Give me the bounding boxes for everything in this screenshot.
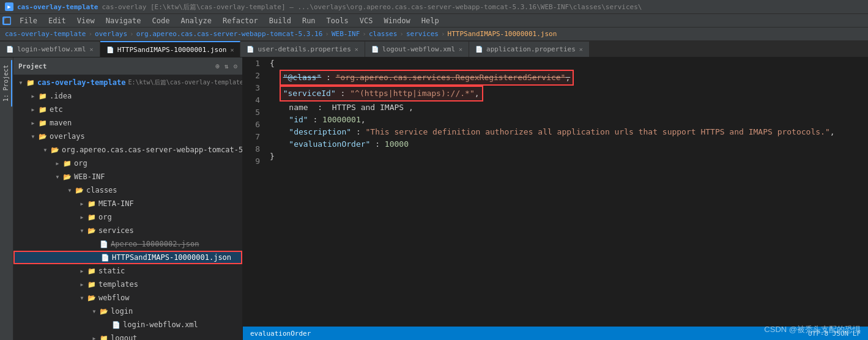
- tree-arrow-org: ▶: [53, 161, 62, 166]
- menu-help[interactable]: Help: [417, 15, 444, 26]
- tree-https-file[interactable]: 📄 HTTPSandIMAPS-10000001.json: [13, 251, 242, 264]
- tree-etc[interactable]: ▶ 📁 etc: [13, 103, 242, 116]
- tab-label-active: HTTPSandIMAPS-10000001.json: [117, 46, 227, 54]
- prop-icon2: 📄: [475, 46, 483, 53]
- menu-bar: ⬛ File Edit View Navigate Code Analyze R…: [0, 13, 868, 27]
- prop-icon: 📄: [247, 46, 254, 53]
- tree-label-classes: classes: [86, 186, 117, 194]
- tree-webflow[interactable]: ▼ 📂 webflow: [13, 291, 242, 305]
- tree-static[interactable]: ▶ 📁 static: [13, 264, 242, 278]
- add-icon[interactable]: ⊕: [215, 62, 220, 70]
- tree-login[interactable]: ▼ 📂 login: [13, 305, 242, 318]
- tree-classes[interactable]: ▼ 📂 classes: [13, 183, 242, 197]
- tree-label-static: static: [98, 267, 125, 275]
- menu-edit[interactable]: Edit: [43, 15, 71, 26]
- tab-label-app: application.properties: [486, 45, 576, 53]
- panel-tab-project[interactable]: 1: Project: [1, 60, 12, 106]
- tab-close-logout[interactable]: ✕: [459, 46, 462, 53]
- tab-user-details[interactable]: 📄 user-details.properties ✕: [240, 41, 365, 57]
- title-bar-app: cas-overlay-template: [17, 3, 98, 11]
- menu-file[interactable]: File: [15, 15, 42, 26]
- breadcrumb-overlays[interactable]: overlays: [95, 30, 127, 38]
- title-bar: ▶ cas-overlay-template cas-overlay [E:\k…: [0, 0, 868, 13]
- menu-code[interactable]: Code: [147, 15, 175, 26]
- xml-icon: 📄: [6, 46, 13, 53]
- menu-refactor[interactable]: Refactor: [218, 15, 263, 26]
- tree-logout[interactable]: ▶ 📁 logout: [13, 331, 242, 340]
- tab-https-json[interactable]: 📄 HTTPSandIMAPS-10000001.json ✕: [100, 41, 241, 57]
- tab-login-webflow[interactable]: 📄 login-webflow.xml ✕: [0, 41, 100, 57]
- tree-label-logout: logout: [111, 334, 137, 340]
- tree-login-webflow[interactable]: 📄 login-webflow.xml: [13, 318, 242, 331]
- menu-analyze[interactable]: Analyze: [176, 15, 217, 26]
- tab-label: login-webflow.xml: [17, 45, 86, 53]
- tree-root[interactable]: ▼ 📁 cas-overlay-template E:\ktw\后篇\cas-o…: [13, 76, 242, 89]
- tree-path-root: E:\ktw\后篇\cas-overlay-template: [128, 78, 243, 87]
- menu-vcs[interactable]: VCS: [355, 15, 378, 26]
- code-editor[interactable]: { "@class" : "org.apereo.cas.services.Re…: [265, 57, 868, 327]
- menu-window[interactable]: Window: [379, 15, 415, 26]
- tree-arrow-classes: ▼: [65, 188, 75, 193]
- tab-logout-webflow[interactable]: 📄 logout-webflow.xml ✕: [365, 41, 469, 57]
- menu-view[interactable]: View: [72, 15, 100, 26]
- json-icon-https: 📄: [100, 253, 110, 262]
- app-icon: ▶: [5, 2, 13, 11]
- folder-icon-org2: 📁: [87, 212, 97, 222]
- tab-close-login[interactable]: ✕: [90, 46, 94, 53]
- tab-close-json[interactable]: ✕: [230, 46, 234, 53]
- tree-arrow-metainf: ▶: [77, 201, 87, 207]
- editor-area: 1 2 3 4 5 6 7 8 9 { "@class" : "org.aper…: [243, 57, 868, 340]
- tree-idea[interactable]: ▶ 📁 .idea: [13, 89, 242, 103]
- tab-label-user: user-details.properties: [258, 45, 351, 53]
- tree-arrow-webinf: ▼: [53, 174, 62, 180]
- tree-arrow-static: ▶: [77, 268, 87, 274]
- xml-icon-loginwf: 📄: [111, 320, 121, 330]
- tree-org2[interactable]: ▶ 📁 org: [13, 210, 242, 224]
- tree-maven[interactable]: ▶ 📁 maven: [13, 116, 242, 130]
- folder-icon-services: 📂: [87, 226, 97, 235]
- tab-bar: 📄 login-webflow.xml ✕ 📄 HTTPSandIMAPS-10…: [0, 40, 868, 57]
- breadcrumb-root[interactable]: cas-overlay-template: [5, 30, 86, 38]
- tree-org[interactable]: ▶ 📁 org: [13, 157, 242, 170]
- tree-services[interactable]: ▼ 📂 services: [13, 224, 242, 237]
- sidebar-header-icons: ⊕ ⇅ ⚙: [215, 62, 237, 70]
- editor-content[interactable]: 1 2 3 4 5 6 7 8 9 { "@class" : "org.aper…: [243, 57, 868, 327]
- menu-tools[interactable]: Tools: [322, 15, 354, 26]
- folder-icon-webflow: 📂: [87, 293, 97, 303]
- tree-label-overlays: overlays: [50, 132, 85, 141]
- tree-arrow-logout: ▶: [89, 336, 99, 341]
- tree-overlays[interactable]: ▼ 📂 overlays: [13, 130, 242, 143]
- xml-icon2: 📄: [371, 46, 379, 53]
- folder-icon-login: 📂: [99, 306, 109, 316]
- breadcrumb-webinf[interactable]: WEB-INF: [332, 30, 360, 38]
- tree-webinf[interactable]: ▼ 📂 WEB-INF: [13, 170, 242, 183]
- breadcrumb-services[interactable]: services: [406, 30, 439, 38]
- folder-icon-logout: 📁: [99, 333, 109, 340]
- menu-navigate[interactable]: Navigate: [101, 15, 146, 26]
- folder-icon-templates: 📁: [87, 279, 97, 289]
- tab-application-prop[interactable]: 📄 application.properties ✕: [469, 41, 590, 57]
- breadcrumb-org[interactable]: org.apereo.cas.cas-server-webapp-tomcat-…: [136, 30, 323, 38]
- tree-label-loginwf: login-webflow.xml: [123, 320, 198, 329]
- menu-run[interactable]: Run: [297, 15, 321, 26]
- tree-apereo-file[interactable]: 📄 Apereo-10000002.json: [13, 237, 242, 251]
- sync-icon[interactable]: ⇅: [224, 62, 229, 70]
- tree-arrow-idea: ▶: [28, 94, 38, 99]
- settings-icon[interactable]: ⚙: [233, 62, 237, 70]
- title-bar-left: ▶ cas-overlay-template cas-overlay [E:\k…: [5, 2, 642, 12]
- tree-arrow-org2: ▶: [77, 215, 87, 220]
- tree-label-templates: templates: [98, 280, 138, 289]
- tree-arrow-templates: ▶: [77, 282, 87, 287]
- tree-label-login: login: [111, 307, 133, 316]
- tree-org-apereo[interactable]: ▼ 📂 org.apereo.cas.cas-server-webapp-tom…: [13, 143, 242, 157]
- breadcrumb-classes[interactable]: classes: [369, 30, 397, 38]
- tree-arrow-orgapereo: ▼: [40, 147, 50, 153]
- json-icon: 📄: [106, 46, 114, 53]
- menu-build[interactable]: Build: [264, 15, 296, 26]
- tree-metainf[interactable]: ▶ 📁 META-INF: [13, 197, 242, 210]
- tree-arrow-etc: ▶: [28, 107, 38, 113]
- title-bar-path: cas-overlay [E:\ktw\后篇\cas-overlay-templ…: [102, 2, 642, 12]
- tree-templates[interactable]: ▶ 📁 templates: [13, 278, 242, 291]
- tab-close-user[interactable]: ✕: [355, 46, 358, 53]
- tab-close-app[interactable]: ✕: [579, 46, 583, 53]
